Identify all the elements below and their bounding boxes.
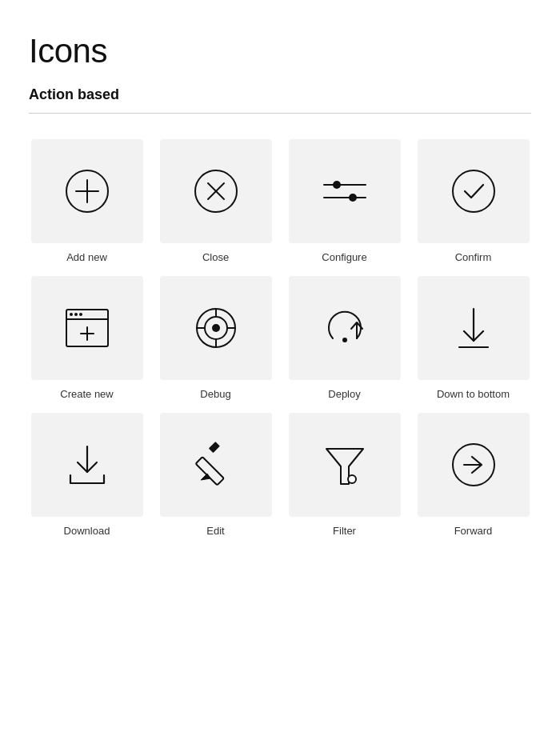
confirm-icon-box[interactable] [418,139,530,243]
down-to-bottom-icon-box[interactable] [418,276,530,380]
icon-item-forward: Forward [415,413,531,537]
debug-icon-box[interactable] [160,276,272,380]
icon-grid-row-2: Create new Debug [29,276,531,400]
download-label: Download [64,525,110,537]
configure-label: Configure [322,251,366,263]
debug-icon [193,305,239,351]
icon-grid-row-3: Download Edit Filter [29,413,531,537]
close-icon [192,167,240,215]
icon-item-confirm: Confirm [415,139,531,263]
icon-item-down-to-bottom: Down to bottom [415,276,531,400]
confirm-icon [450,167,498,215]
icon-item-download: Download [29,413,145,537]
icon-item-add-new: Add new [29,139,145,263]
svg-point-20 [212,324,220,332]
svg-point-17 [79,313,82,316]
filter-icon [323,442,366,487]
forward-label: Forward [454,525,493,537]
section-divider [29,113,531,114]
deploy-icon-box[interactable] [289,276,401,380]
create-new-label: Create new [60,388,113,400]
down-to-bottom-label: Down to bottom [437,388,510,400]
close-icon-box[interactable] [160,139,272,243]
svg-rect-32 [208,442,219,453]
forward-icon-box[interactable] [418,413,530,517]
icon-grid-row-1: Add new Close Configure [29,139,531,263]
create-new-icon-box[interactable] [31,276,143,380]
filter-icon-box[interactable] [289,413,401,517]
down-to-bottom-icon [454,306,493,350]
confirm-label: Confirm [455,251,492,263]
add-new-icon [63,167,111,215]
svg-point-9 [349,194,357,202]
configure-icon-box[interactable] [289,139,401,243]
edit-label: Edit [206,525,224,537]
icon-item-configure: Configure [286,139,402,263]
close-label: Close [202,251,229,263]
section-title: Action based [29,86,531,103]
edit-icon-box[interactable] [160,413,272,517]
svg-rect-30 [195,457,223,485]
configure-icon [321,175,369,207]
svg-point-10 [453,170,494,212]
icon-item-edit: Edit [158,413,274,537]
download-icon [66,443,109,486]
svg-point-16 [74,313,78,316]
svg-point-8 [333,181,341,189]
debug-label: Debug [200,388,230,400]
create-new-icon [63,306,111,350]
icon-item-create-new: Create new [29,276,145,400]
svg-point-15 [70,313,73,316]
add-new-icon-box[interactable] [31,139,143,243]
page-title: Icons [29,32,531,70]
icon-item-filter: Filter [286,413,402,537]
svg-point-34 [348,475,356,483]
deploy-label: Deploy [328,388,360,400]
icon-item-debug: Debug [158,276,274,400]
svg-point-26 [342,338,347,342]
icon-item-close: Close [158,139,274,263]
edit-icon [194,443,238,486]
forward-icon [450,441,498,489]
svg-marker-33 [326,449,363,484]
add-new-label: Add new [66,251,107,263]
download-icon-box[interactable] [31,413,143,517]
filter-label: Filter [333,525,356,537]
deploy-icon [322,305,368,351]
icon-item-deploy: Deploy [286,276,402,400]
